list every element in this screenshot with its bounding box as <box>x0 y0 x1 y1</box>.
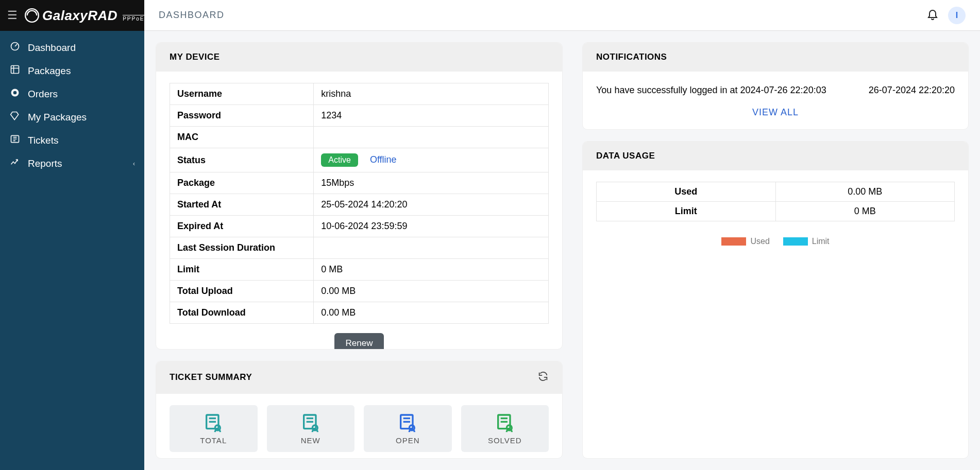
device-row-value: 0 MB <box>314 259 549 281</box>
boxes-icon <box>9 64 21 77</box>
logo[interactable]: GalaxyRAD PPPoE <box>25 8 144 24</box>
device-row-label: Total Download <box>170 302 314 324</box>
sidebar-item-label: Reports <box>28 158 62 169</box>
avatar[interactable]: I <box>948 7 966 24</box>
notification-row: You have successfully logged in at 2024-… <box>596 83 955 98</box>
device-row-label: Started At <box>170 194 314 216</box>
ticket-tile-total[interactable]: TOTAL <box>170 405 258 452</box>
sidebar-item-orders[interactable]: Orders <box>0 82 144 106</box>
card-ticket-summary: TICKET SUMMARY TOTAL NEW <box>156 361 563 459</box>
usage-row-label: Limit <box>597 202 776 221</box>
device-row-label: Username <box>170 83 314 105</box>
topbar: DASHBOARD I <box>144 0 980 31</box>
card-header-my-device: MY DEVICE <box>156 43 562 72</box>
device-row-label: Expired At <box>170 216 314 237</box>
logo-text: GalaxyRAD <box>42 8 117 24</box>
left-column: MY DEVICE Usernamekrishna Password1234 M… <box>156 42 563 459</box>
main: DASHBOARD I MY DEVICE Usernamekrishna Pa… <box>144 0 980 470</box>
ticket-icon <box>9 134 21 147</box>
chevron-left-icon: ‹ <box>133 160 135 167</box>
cart-icon <box>9 88 21 100</box>
sidebar-nav: Dashboard Packages Orders My Packages Ti… <box>0 31 144 175</box>
device-row-label: Limit <box>170 259 314 281</box>
device-row-value: 10-06-2024 23:59:59 <box>314 216 549 237</box>
card-title: NOTIFICATIONS <box>596 52 667 62</box>
card-header-ticket-summary: TICKET SUMMARY <box>156 361 562 394</box>
device-row-value <box>314 127 549 148</box>
chart-icon <box>9 157 21 170</box>
card-title: TICKET SUMMARY <box>170 372 252 382</box>
refresh-icon[interactable] <box>537 371 549 385</box>
legend-item-used: Used <box>721 237 769 246</box>
device-row-label: Total Upload <box>170 281 314 302</box>
topbar-right: I <box>926 7 966 24</box>
ticket-tile-solved[interactable]: SOLVED <box>461 405 549 452</box>
menu-toggle-icon[interactable]: ☰ <box>7 9 18 22</box>
device-row-value <box>314 237 549 259</box>
card-body-notifications: You have successfully logged in at 2024-… <box>583 72 968 129</box>
ticket-tile-new[interactable]: NEW <box>267 405 355 452</box>
device-table: Usernamekrishna Password1234 MAC Status … <box>170 83 549 324</box>
avatar-initial: I <box>956 11 958 20</box>
document-user-icon <box>300 412 321 433</box>
sidebar-item-tickets[interactable]: Tickets <box>0 129 144 152</box>
sidebar-item-packages[interactable]: Packages <box>0 59 144 82</box>
content: MY DEVICE Usernamekrishna Password1234 M… <box>144 31 980 470</box>
legend-item-limit: Limit <box>783 237 830 246</box>
swatch-used <box>721 237 746 246</box>
sidebar-item-label: My Packages <box>28 112 87 123</box>
usage-row-value: 0.00 MB <box>775 182 955 202</box>
offline-link[interactable]: Offline <box>370 154 397 165</box>
card-header-data-usage: DATA USAGE <box>583 142 968 170</box>
device-row-label: MAC <box>170 127 314 148</box>
card-header-notifications: NOTIFICATIONS <box>583 43 968 72</box>
device-row-value: 15Mbps <box>314 172 549 194</box>
card-body-data-usage: Used0.00 MB Limit0 MB Used Limit <box>583 170 968 257</box>
device-row-value-status: Active Offline <box>314 148 549 172</box>
sidebar-item-label: Orders <box>28 89 58 100</box>
usage-table: Used0.00 MB Limit0 MB <box>596 182 955 221</box>
ticket-tile-label: NEW <box>301 436 320 445</box>
card-title: DATA USAGE <box>596 151 655 161</box>
card-body-my-device: Usernamekrishna Password1234 MAC Status … <box>156 72 562 350</box>
device-row-value: 1234 <box>314 105 549 127</box>
device-row-label: Status <box>170 148 314 172</box>
ticket-tile-label: SOLVED <box>488 436 522 445</box>
svg-point-4 <box>13 91 17 95</box>
sidebar: ☰ GalaxyRAD PPPoE Dashboard Packages Ord… <box>0 0 144 470</box>
card-body-ticket-summary: TOTAL NEW OPEN SOLVED <box>156 394 562 459</box>
swatch-limit <box>783 237 808 246</box>
device-row-value: 25-05-2024 14:20:20 <box>314 194 549 216</box>
sidebar-item-my-packages[interactable]: My Packages <box>0 106 144 129</box>
legend-label: Limit <box>812 237 830 246</box>
device-row-label: Password <box>170 105 314 127</box>
ticket-tile-open[interactable]: OPEN <box>364 405 452 452</box>
logo-subtext: PPPoE <box>123 15 144 22</box>
card-title: MY DEVICE <box>170 52 220 62</box>
logo-icon <box>25 8 39 23</box>
mypackages-icon <box>9 111 21 124</box>
bell-icon[interactable] <box>926 8 939 23</box>
view-all-link[interactable]: VIEW ALL <box>596 107 955 118</box>
ticket-summary-grid: TOTAL NEW OPEN SOLVED <box>170 405 549 452</box>
sidebar-item-dashboard[interactable]: Dashboard <box>0 36 144 59</box>
card-notifications: NOTIFICATIONS You have successfully logg… <box>582 42 969 130</box>
svg-rect-2 <box>11 66 19 74</box>
device-row-value: 0.00 MB <box>314 281 549 302</box>
notification-text: You have successfully logged in at 2024-… <box>596 85 826 96</box>
ticket-tile-label: TOTAL <box>200 436 227 445</box>
status-badge: Active <box>321 153 358 167</box>
renew-button[interactable]: Renew <box>334 333 384 350</box>
sidebar-item-label: Packages <box>28 65 71 77</box>
legend-label: Used <box>750 237 769 246</box>
sidebar-item-reports[interactable]: Reports ‹ <box>0 152 144 175</box>
brand-bar: ☰ GalaxyRAD PPPoE <box>0 0 144 31</box>
card-my-device: MY DEVICE Usernamekrishna Password1234 M… <box>156 42 563 350</box>
usage-row-value: 0 MB <box>775 202 955 221</box>
device-row-label: Package <box>170 172 314 194</box>
document-user-icon <box>495 412 515 433</box>
document-user-icon <box>397 412 418 433</box>
device-row-label: Last Session Duration <box>170 237 314 259</box>
sidebar-item-label: Tickets <box>28 135 58 146</box>
sidebar-item-label: Dashboard <box>28 42 76 54</box>
